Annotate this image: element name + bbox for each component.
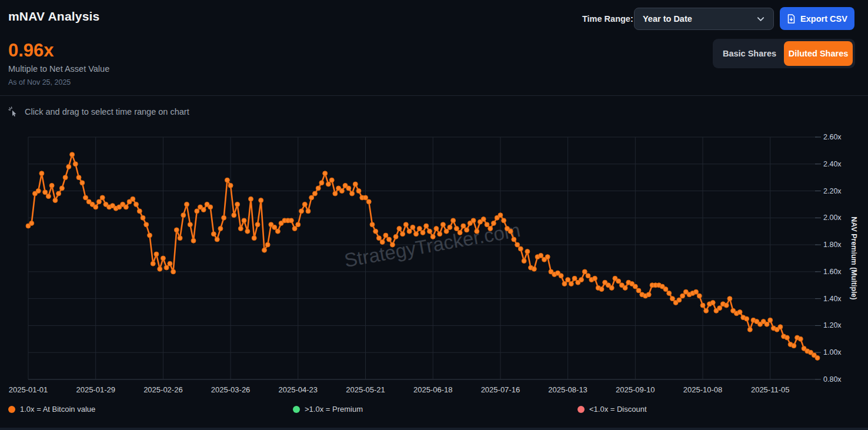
legend-item-at-value: 1.0x = At Bitcoin value [8, 405, 95, 414]
legend-item-premium: >1.0x = Premium [293, 405, 363, 414]
svg-text:1.00x: 1.00x [823, 348, 842, 356]
svg-text:2025-03-26: 2025-03-26 [211, 385, 251, 394]
export-csv-button[interactable]: Export CSV [780, 7, 854, 30]
time-range-value: Year to Date [643, 14, 692, 24]
export-file-icon [787, 14, 796, 24]
watermark: StrategyTracker.com [342, 219, 522, 271]
svg-text:2.40x: 2.40x [823, 160, 842, 168]
mnav-metric-label: Multiple to Net Asset Value [8, 64, 109, 74]
svg-text:2.00x: 2.00x [823, 214, 842, 222]
svg-text:2025-07-16: 2025-07-16 [481, 385, 520, 394]
svg-text:1.80x: 1.80x [823, 241, 842, 249]
svg-text:2025-08-13: 2025-08-13 [548, 385, 587, 394]
svg-text:2.20x: 2.20x [823, 187, 842, 195]
bottom-strip [0, 428, 868, 430]
cursor-click-icon [8, 106, 19, 117]
share-type-toggle: Basic Shares Diluted Shares [713, 39, 855, 68]
svg-text:2025-05-21: 2025-05-21 [346, 385, 385, 394]
chevron-down-icon [756, 15, 765, 24]
as-of-date: As of Nov 25, 2025 [8, 78, 71, 86]
svg-text:2025-04-23: 2025-04-23 [279, 385, 318, 394]
y-axis-title: NAV Premium (Multiple) [850, 216, 858, 299]
svg-text:2025-10-08: 2025-10-08 [683, 385, 723, 394]
time-range-dropdown[interactable]: Year to Date [634, 8, 774, 30]
mnav-chart[interactable]: 2025-01-012025-01-292025-02-262025-03-26… [0, 124, 868, 400]
page-title: mNAV Analysis [8, 9, 100, 24]
svg-text:2025-02-26: 2025-02-26 [143, 385, 183, 394]
mnav-metric-value: 0.96x [8, 40, 54, 61]
mnav-chart-svg[interactable]: 2025-01-012025-01-292025-02-262025-03-26… [0, 124, 868, 400]
svg-text:1.40x: 1.40x [823, 295, 842, 303]
svg-text:2025-01-29: 2025-01-29 [76, 385, 115, 394]
svg-text:1.60x: 1.60x [823, 268, 842, 276]
svg-text:2025-01-01: 2025-01-01 [9, 385, 48, 394]
svg-text:2025-11-05: 2025-11-05 [751, 385, 790, 394]
svg-text:0.80x: 0.80x [823, 375, 842, 384]
svg-text:2025-09-10: 2025-09-10 [616, 385, 655, 394]
legend-dot-red [577, 406, 585, 413]
legend-dot-green [293, 406, 300, 413]
time-range-label: Time Range: [582, 14, 633, 24]
svg-text:2025-06-18: 2025-06-18 [413, 385, 453, 394]
svg-text:1.20x: 1.20x [823, 321, 842, 329]
svg-text:2.60x: 2.60x [823, 133, 842, 141]
chart-hint-text: Click and drag to select time range on c… [25, 107, 189, 116]
chart-legend: 1.0x = At Bitcoin value >1.0x = Premium … [0, 405, 868, 420]
legend-dot-orange [8, 406, 15, 413]
basic-shares-button[interactable]: Basic Shares [715, 41, 784, 66]
header-divider [0, 95, 868, 96]
diluted-shares-button[interactable]: Diluted Shares [784, 41, 853, 66]
chart-hint: Click and drag to select time range on c… [8, 106, 189, 117]
legend-item-discount: <1.0x = Discount [577, 405, 647, 414]
